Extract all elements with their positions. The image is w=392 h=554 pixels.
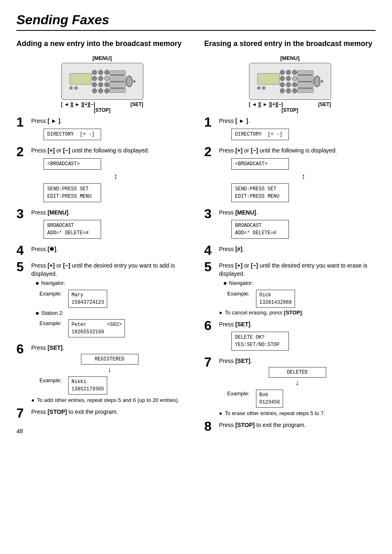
- right-column: Erasing a stored entry in the broadcast …: [204, 39, 376, 438]
- left-set-label: [SET]: [130, 102, 143, 107]
- right-step-5-content: Press [+] or [−] until the desired entry…: [219, 262, 376, 316]
- left-example-2-label: Example:: [39, 319, 68, 326]
- right-step-3: 3 Press [MENU]. BROADCAST ADD=* DELETE=#: [204, 209, 376, 241]
- left-step-6-lcd: REGISTERED: [81, 354, 138, 365]
- right-bullet-dot-1: ●: [223, 279, 229, 288]
- right-step-6-num: 6: [204, 319, 219, 332]
- left-step-1: 1 Press [ ► ]. DIRECTORY [+ -]: [16, 117, 188, 142]
- left-step-4-content: Press [✱].: [31, 245, 188, 255]
- left-step-1-lcd: DIRECTORY [+ -]: [44, 129, 101, 140]
- right-device-knob: [314, 76, 321, 87]
- page-number: 48: [16, 428, 188, 434]
- right-device-diagram: [MENU]: [204, 55, 376, 113]
- left-device: [61, 63, 143, 100]
- left-step-6-example: Example: Nikki 13852179365: [39, 376, 188, 395]
- right-step-7: 7 Press [SET]. DELETED ↓ Example: Bob 01…: [204, 357, 376, 416]
- left-step-5-bullet-2: ● Station 2:: [35, 309, 188, 318]
- right-step-7-example: Example: Bob 0123456: [227, 390, 376, 408]
- left-stop-label: [STOP]: [94, 107, 110, 113]
- left-step-6-example-lcd: Nikki 13852179365: [68, 376, 107, 395]
- right-example-1-label: Example:: [227, 290, 256, 297]
- bullet-dot-1: ●: [35, 279, 41, 288]
- left-step-6-note: ● To add other entries, repeat steps 5 a…: [31, 397, 188, 403]
- left-step-7-num: 7: [16, 406, 31, 420]
- left-menu-label: [MENU]: [92, 55, 112, 61]
- right-step-1-lcd: DIRECTORY [+ -]: [231, 129, 289, 140]
- left-step-2-content: Press [+] or [−] until the following is …: [31, 147, 188, 204]
- right-step-1-num: 1: [204, 115, 219, 129]
- left-step-6-example-label: Example:: [39, 376, 68, 383]
- left-step-3-lcd: BROADCAST ADD=* DELETE=#: [44, 220, 101, 239]
- right-step-5-num: 5: [204, 260, 219, 273]
- bullet-dot-2: ●: [35, 309, 41, 318]
- right-step-8-content: Press [STOP] to exit the program.: [219, 421, 376, 431]
- right-step-2-lcd2: SEND:PRESS SET EDIT:PRESS MENU: [231, 183, 289, 202]
- left-heading: Adding a new entry into the broadcast me…: [16, 39, 188, 48]
- right-example-1-lcd: Dick 13281432968: [256, 290, 295, 308]
- right-step-3-lcd: BROADCAST ADD=* DELETE=#: [231, 220, 289, 239]
- left-step-2-num: 2: [16, 145, 31, 158]
- right-step-2-content: Press [+] or [−] until the following is …: [219, 147, 376, 204]
- right-stop-label: [STOP]: [281, 107, 298, 113]
- left-step-3-num: 3: [16, 207, 31, 220]
- right-step-4-num: 4: [204, 244, 219, 257]
- left-example-1-lcd: Mary 15843724123: [68, 290, 107, 308]
- left-step-1-text: Press [ ► ].: [31, 117, 188, 125]
- left-step-1-num: 1: [16, 115, 31, 129]
- right-heading: Erasing a stored entry in the broadcast …: [204, 39, 376, 48]
- right-step-5-text: Press [+] or [−] until the desired entry…: [219, 262, 376, 278]
- left-step-7-text: Press [STOP] to exit the program.: [31, 408, 188, 416]
- left-example-1-label: Example:: [39, 290, 68, 297]
- left-step-4-text: Press [✱].: [31, 245, 188, 254]
- left-step-1-content: Press [ ► ]. DIRECTORY [+ -]: [31, 117, 188, 142]
- left-step-6-num: 6: [16, 342, 31, 355]
- right-device: [249, 63, 331, 100]
- right-step-6-content: Press [SET]. DELETE OK? YES:SET/NO:STOP: [219, 321, 376, 353]
- left-step-5-text: Press [+] or [−] until the desired entry…: [31, 262, 188, 278]
- left-station-label: Station 2:: [41, 309, 64, 317]
- right-step-7-note: ● To erase other entries, repeat steps 5…: [219, 410, 376, 416]
- right-step-6-lcd: DELETE OK? YES:SET/NO:STOP: [231, 332, 289, 351]
- left-step-5-example-1: Example: Mary 15843724123: [39, 290, 188, 308]
- right-step-3-text: Press [MENU].: [219, 209, 376, 217]
- right-step-3-num: 3: [204, 207, 219, 220]
- right-step-8-text: Press [STOP] to exit the program.: [219, 421, 376, 429]
- right-step-4-content: Press [#].: [219, 245, 376, 255]
- left-step-5-bullets: ● Navigator:: [35, 279, 188, 288]
- left-step-5: 5 Press [+] or [−] until the desired ent…: [16, 262, 188, 339]
- left-device-screen: [69, 73, 92, 85]
- right-menu-label: [MENU]: [280, 55, 300, 61]
- right-step-4: 4 Press [#].: [204, 245, 376, 257]
- right-step-7-arrow: ↓: [295, 379, 299, 387]
- right-step-1: 1 Press [ ► ]. DIRECTORY [+ -]: [204, 117, 376, 142]
- page-title: Sending Faxes: [16, 12, 376, 31]
- right-step-4-text: Press [#].: [219, 245, 376, 254]
- right-step-7-text: Press [SET].: [219, 357, 376, 365]
- right-step-7-num: 7: [204, 355, 219, 369]
- left-step-5-bullet-1: ● Navigator:: [35, 279, 188, 288]
- right-step-7-example-lcd: Bob 0123456: [256, 390, 283, 408]
- left-step-2-lcd2: SEND:PRESS SET EDIT:PRESS MENU: [44, 183, 101, 202]
- left-step-5-example-2: Example: Peter <S02> 19265532168: [39, 319, 188, 337]
- right-step-5-bullet-1: ● Navigator:: [223, 279, 376, 288]
- left-step-4-num: 4: [16, 244, 31, 257]
- right-step-2-arrow: ↕: [231, 172, 376, 181]
- right-set-label: [SET]: [318, 102, 331, 107]
- left-step-5-num: 5: [16, 260, 31, 273]
- left-navigator-label: Navigator:: [41, 279, 65, 287]
- right-step-6: 6 Press [SET]. DELETE OK? YES:SET/NO:STO…: [204, 321, 376, 353]
- left-example-2-lcd: Peter <S02> 19265532168: [68, 319, 125, 337]
- right-step-5-example-1: Example: Dick 13281432968: [227, 290, 376, 308]
- left-step-5-content: Press [+] or [−] until the desired entry…: [31, 262, 188, 339]
- right-step-2-text: Press [+] or [−] until the following is …: [219, 147, 376, 155]
- right-step-1-content: Press [ ► ]. DIRECTORY [+ -]: [219, 117, 376, 142]
- right-nav-labels: [ ◄ ][ ► ][+][−]: [249, 102, 283, 107]
- left-step-4: 4 Press [✱].: [16, 245, 188, 257]
- left-step-2-arrow: ↕: [44, 172, 188, 181]
- left-step-7-content: Press [STOP] to exit the program.: [31, 408, 188, 418]
- left-column: Adding a new entry into the broadcast me…: [16, 39, 188, 438]
- left-device-knob: [126, 76, 133, 87]
- right-step-5-bullets: ● Navigator:: [223, 279, 376, 288]
- right-step-3-content: Press [MENU]. BROADCAST ADD=* DELETE=#: [219, 209, 376, 241]
- right-step-2-num: 2: [204, 145, 219, 158]
